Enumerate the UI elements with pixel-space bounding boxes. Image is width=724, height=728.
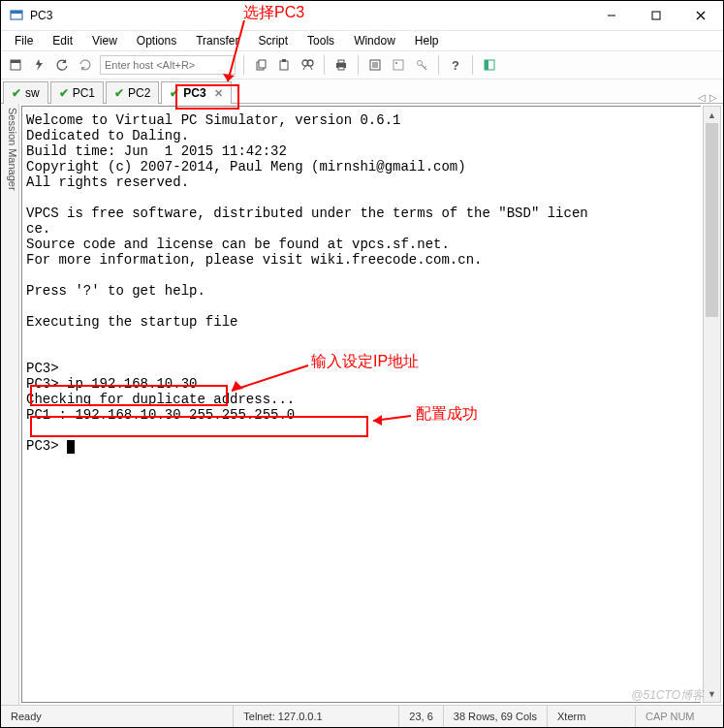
tab-scroll-left-icon[interactable]: ◁ — [698, 92, 706, 103]
cursor-icon — [67, 440, 75, 454]
body: Session Manager Welcome to Virtual PC Si… — [1, 104, 723, 705]
scroll-down-icon[interactable]: ▼ — [704, 685, 720, 702]
svg-rect-9 — [259, 60, 266, 68]
svg-rect-30 — [485, 60, 488, 70]
menu-tools[interactable]: Tools — [299, 32, 342, 49]
key-button[interactable] — [411, 54, 432, 76]
terminal-line: For more information, please visit wiki.… — [26, 252, 482, 268]
close-tab-icon[interactable]: ✕ — [214, 87, 223, 100]
terminal-line: Executing the startup file — [26, 314, 237, 330]
terminal-line: Press '?' to get help. — [26, 283, 205, 299]
terminal-line: Checking for duplicate address... — [26, 392, 295, 407]
status-cursor: 23, 6 — [399, 706, 443, 727]
find-button[interactable] — [297, 54, 318, 76]
minimize-button[interactable] — [589, 1, 634, 30]
menu-help[interactable]: Help — [407, 32, 447, 49]
terminal-wrap: Welcome to Virtual PC Simulator, version… — [19, 104, 723, 705]
statusbar: Ready Telnet: 127.0.0.1 23, 6 38 Rows, 6… — [1, 705, 723, 727]
scroll-up-icon[interactable]: ▲ — [704, 107, 720, 123]
status-size: 38 Rows, 69 Cols — [444, 706, 548, 727]
app-icon — [9, 8, 24, 23]
tab-label: PC1 — [73, 86, 95, 100]
window-buttons — [589, 1, 723, 30]
separator-icon — [324, 55, 325, 75]
tab-label: sw — [25, 86, 40, 100]
terminal-line: PC3> — [26, 361, 59, 376]
tab-label: PC3 — [183, 86, 205, 100]
menu-script[interactable]: Script — [250, 32, 296, 49]
watermark: @51CTO博客 — [631, 687, 704, 704]
terminal-line: Source code and license can be found at … — [26, 237, 450, 252]
menu-options[interactable]: Options — [129, 32, 184, 49]
terminal-line: PC3> ip 192.168.10.30 — [26, 376, 197, 392]
session-manager-button[interactable] — [5, 54, 26, 76]
svg-rect-1 — [11, 11, 22, 14]
menu-window[interactable]: Window — [346, 32, 403, 49]
separator-icon — [243, 55, 244, 75]
check-icon: ✔ — [114, 86, 124, 100]
menubar: File Edit View Options Transfer Script T… — [1, 31, 723, 50]
svg-point-25 — [418, 61, 423, 66]
menu-transfer[interactable]: Transfer — [188, 32, 246, 49]
svg-rect-10 — [280, 61, 288, 70]
copy-button[interactable] — [250, 54, 271, 76]
svg-line-26 — [422, 65, 426, 70]
tab-pc1[interactable]: ✔ PC1 — [50, 81, 104, 104]
maximize-button[interactable] — [634, 1, 678, 30]
terminal[interactable]: Welcome to Virtual PC Simulator, version… — [21, 106, 701, 703]
terminal-line: Welcome to Virtual PC Simulator, version… — [26, 112, 400, 128]
close-button[interactable] — [678, 1, 723, 30]
properties-button[interactable] — [364, 54, 386, 76]
svg-rect-17 — [338, 60, 344, 63]
tab-pc3[interactable]: ✔ PC3 ✕ — [161, 81, 231, 104]
toolbar: ? — [1, 50, 723, 79]
svg-line-14 — [303, 66, 305, 70]
titlebar: PC3 — [1, 1, 723, 31]
status-telnet: Telnet: 127.0.0.1 — [234, 706, 399, 727]
scroll-thumb[interactable] — [706, 123, 718, 317]
help-button[interactable]: ? — [445, 54, 466, 76]
svg-rect-7 — [11, 60, 20, 63]
disconnect-button[interactable] — [75, 54, 96, 76]
svg-rect-3 — [652, 12, 660, 19]
terminal-line: Build time: Jun 1 2015 11:42:32 — [26, 143, 287, 159]
menu-file[interactable]: File — [7, 32, 41, 49]
tab-sw[interactable]: ✔ sw — [3, 81, 48, 104]
print-button[interactable] — [331, 54, 352, 76]
tab-scroll-right-icon[interactable]: ▷ — [709, 92, 717, 103]
settings-button[interactable] — [388, 54, 409, 76]
svg-line-27 — [425, 66, 426, 68]
status-caps: CAP NUM — [636, 706, 723, 727]
check-icon: ✔ — [59, 86, 69, 100]
terminal-line: ce. — [26, 221, 50, 237]
separator-icon — [358, 55, 359, 75]
tab-label: PC2 — [128, 86, 150, 100]
quick-connect-button[interactable] — [28, 54, 49, 76]
session-manager-sidebar[interactable]: Session Manager — [1, 104, 19, 705]
menu-edit[interactable]: Edit — [45, 32, 80, 49]
scroll-track[interactable] — [704, 123, 720, 685]
scrollbar[interactable]: ▲ ▼ — [703, 106, 721, 703]
host-input[interactable] — [100, 55, 236, 75]
terminal-line: Copyright (c) 2007-2014, Paul Meng (mirn… — [26, 159, 466, 174]
app-window: PC3 File Edit View Options Transfer Scri… — [0, 0, 724, 728]
window-title: PC3 — [30, 9, 589, 22]
separator-icon — [438, 55, 439, 75]
svg-text:?: ? — [452, 58, 459, 72]
menu-view[interactable]: View — [84, 32, 125, 49]
terminal-line: Dedicated to Daling. — [26, 128, 189, 143]
reconnect-button[interactable] — [51, 54, 73, 76]
check-icon: ✔ — [12, 86, 21, 100]
tab-pc2[interactable]: ✔ PC2 — [106, 81, 159, 104]
svg-rect-23 — [393, 60, 403, 70]
svg-line-15 — [310, 66, 312, 70]
terminal-line: PC1 : 192.168.10.30 255.255.255.0 — [26, 407, 295, 423]
terminal-line: VPCS is free software, distributed under… — [26, 206, 588, 221]
check-icon: ✔ — [170, 86, 179, 100]
svg-rect-18 — [338, 67, 344, 70]
paste-button[interactable] — [273, 54, 295, 76]
tabstrip: ✔ sw ✔ PC1 ✔ PC2 ✔ PC3 ✕ ◁ ▷ — [1, 79, 723, 104]
terminal-line: All rights reserved. — [26, 174, 189, 190]
status-ready: Ready — [1, 706, 234, 727]
toggle-panel-button[interactable] — [479, 54, 500, 76]
